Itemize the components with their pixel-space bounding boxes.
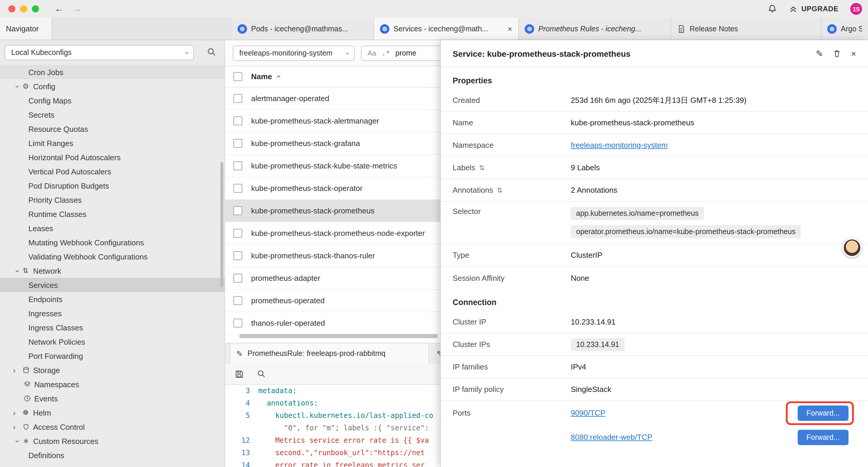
table-row[interactable]: kube-prometheus-stack-grafana xyxy=(225,133,440,155)
sidebar-item-services[interactable]: Services xyxy=(0,278,225,292)
sidebar-item-helm[interactable]: ›☸Helm xyxy=(0,406,225,420)
list-toolbar: freeleaps-monitoring-system › Aa .* prom… xyxy=(225,40,440,66)
forward-arrow-icon[interactable]: → xyxy=(72,0,82,18)
row-checkbox[interactable] xyxy=(234,184,242,193)
tab-prometheus-rules[interactable]: ☸ Prometheus Rules - icecheng... xyxy=(519,18,671,39)
tab-release-notes[interactable]: Release Notes xyxy=(671,18,821,39)
sidebar-item-port-forwarding[interactable]: Port Forwarding xyxy=(0,349,225,363)
back-arrow-icon[interactable]: ← xyxy=(54,0,64,18)
sidebar-item-horizontal-pod-autoscalers[interactable]: Horizontal Pod Autoscalers xyxy=(0,150,225,164)
sidebar-item-config-maps[interactable]: Config Maps xyxy=(0,93,225,108)
user-avatar[interactable] xyxy=(843,238,862,257)
forward-button[interactable]: Forward... xyxy=(797,405,848,420)
row-checkbox[interactable] xyxy=(234,162,242,170)
sidebar-item-limit-ranges[interactable]: Limit Ranges xyxy=(0,136,225,150)
sidebar-item-network-policies[interactable]: Network Policies xyxy=(0,334,225,349)
close-icon[interactable]: × xyxy=(851,49,856,59)
sidebar-item-mutating-webhook-configurations[interactable]: Mutating Webhook Configurations xyxy=(0,235,225,250)
sidebar-item-config[interactable]: ›⚙Config xyxy=(0,79,225,93)
forward-button[interactable]: Forward... xyxy=(797,430,848,445)
tab-services[interactable]: ☸ Services - icecheng@math... × xyxy=(374,18,519,39)
sidebar-item-ingress-classes[interactable]: Ingress Classes xyxy=(0,320,225,334)
table-row[interactable]: kube-prometheus-stack-kube-state-metrics xyxy=(225,155,440,177)
namespace-select[interactable]: freeleaps-monitoring-system › xyxy=(233,46,354,61)
dock-tab-prometheusrule[interactable]: ✎ PrometheusRule: freeleaps-prod-rabbitm… xyxy=(230,344,429,363)
name-column-header[interactable]: Name xyxy=(251,72,272,81)
expand-collapse-icon[interactable]: ⇅ xyxy=(497,186,502,194)
row-checkbox[interactable] xyxy=(234,251,242,260)
sidebar-item-network[interactable]: ›⇅Network xyxy=(0,264,225,278)
tab-pods[interactable]: ☸ Pods - icecheng@mathmas... xyxy=(231,18,374,39)
table-row-selected[interactable]: kube-prometheus-stack-prometheus xyxy=(225,200,440,222)
select-all-checkbox[interactable] xyxy=(234,72,242,81)
sidebar-item-events[interactable]: Events xyxy=(0,391,225,406)
expand-collapse-icon[interactable]: ⇅ xyxy=(479,164,485,172)
edit-pencil-icon[interactable]: ✎ xyxy=(816,48,823,59)
sidebar-item-resource-quotas[interactable]: Resource Quotas xyxy=(0,122,225,136)
editor-search-icon[interactable] xyxy=(257,370,266,378)
sidebar-search-icon[interactable] xyxy=(207,47,216,57)
kubernetes-icon: ☸ xyxy=(525,24,534,33)
row-checkbox[interactable] xyxy=(234,139,242,148)
code-line: kubectl.kubernetes.io/last-applied-co xyxy=(258,410,433,422)
line-number: 4 xyxy=(225,397,258,410)
close-tab-icon[interactable]: × xyxy=(507,24,512,33)
row-checkbox[interactable] xyxy=(234,206,242,215)
trash-icon[interactable] xyxy=(833,49,841,58)
sidebar-item-vertical-pod-autoscalers[interactable]: Vertical Pod Autoscalers xyxy=(0,164,225,178)
regex-toggle[interactable]: .* xyxy=(381,49,390,57)
sort-ascending-icon[interactable] xyxy=(276,73,282,80)
connection-row-ip-family-policy: IP family policy SingleStack xyxy=(441,378,868,401)
search-filter-input[interactable]: Aa .* prome xyxy=(361,46,440,61)
sidebar-item-validating-webhook-configurations[interactable]: Validating Webhook Configurations xyxy=(0,250,225,264)
property-row-selector: Selector app.kubernetes.io/name=promethe… xyxy=(441,202,868,244)
tab-argo[interactable]: ☸ Argo Se xyxy=(821,18,868,39)
sidebar-item-namespaces[interactable]: Namespaces xyxy=(0,377,225,391)
sidebar-item-pod-disruption-budgets[interactable]: Pod Disruption Budgets xyxy=(0,178,225,193)
row-checkbox[interactable] xyxy=(234,116,242,125)
namespace-link[interactable]: freeleaps-monitoring-system xyxy=(571,141,668,150)
sidebar-item-runtime-classes[interactable]: Runtime Classes xyxy=(0,207,225,221)
upgrade-button[interactable]: UPGRADE xyxy=(789,4,838,13)
sidebar-item-definitions[interactable]: Definitions xyxy=(0,448,225,462)
sidebar-item-access-control[interactable]: ›Access Control xyxy=(0,420,225,434)
close-window-button[interactable] xyxy=(8,5,16,12)
table-row[interactable]: kube-prometheus-stack-thanos-ruler xyxy=(225,245,440,267)
table-row[interactable]: alertmanager-operated xyxy=(225,87,440,110)
port-link-8080[interactable]: 8080:reloader-web/TCP xyxy=(571,433,652,442)
sidebar-item-ingresses[interactable]: Ingresses xyxy=(0,306,225,320)
yaml-editor[interactable]: 3metadata: 4 annotations: 5 kubectl.kube… xyxy=(225,385,440,467)
sidebar-item-secrets[interactable]: Secrets xyxy=(0,108,225,122)
sidebar-scrollbar[interactable] xyxy=(220,162,223,287)
row-checkbox[interactable] xyxy=(234,274,242,283)
port-link-9090[interactable]: 9090/TCP xyxy=(571,408,606,417)
dock-panel: ✎ PrometheusRule: freeleaps-prod-rabbitm… xyxy=(225,343,440,467)
row-checkbox[interactable] xyxy=(234,319,242,327)
row-checkbox[interactable] xyxy=(234,296,242,305)
notifications-bell-icon[interactable] xyxy=(768,4,777,13)
sidebar-item-priority-classes[interactable]: Priority Classes xyxy=(0,193,225,207)
kubeconfig-select[interactable]: Local Kubeconfigs › xyxy=(5,45,194,60)
sidebar-item-cron-jobs[interactable]: Cron Jobs xyxy=(0,65,225,79)
dock-tab-next[interactable]: ✎ xyxy=(433,344,440,363)
horizontal-scrollbar[interactable] xyxy=(239,334,438,338)
table-row[interactable]: prometheus-operated xyxy=(225,290,440,312)
table-row[interactable]: kube-prometheus-stack-operator xyxy=(225,177,440,200)
minimize-window-button[interactable] xyxy=(20,5,27,12)
match-case-toggle[interactable]: Aa xyxy=(368,49,376,57)
table-row[interactable]: kube-prometheus-stack-prometheus-node-ex… xyxy=(225,222,440,245)
sidebar-item-endpoints[interactable]: Endpoints xyxy=(0,292,225,306)
row-checkbox[interactable] xyxy=(234,94,242,103)
table-row[interactable]: thanos-ruler-operated xyxy=(225,312,440,334)
port-line: 9090/TCP Forward... xyxy=(571,401,854,425)
table-row[interactable]: prometheus-adapter xyxy=(225,267,440,290)
sidebar-item-leases[interactable]: Leases xyxy=(0,221,225,235)
table-row[interactable]: kube-prometheus-stack-alertmanager xyxy=(225,110,440,133)
sidebar-item-storage[interactable]: ›Storage xyxy=(0,363,225,377)
sidebar-item-custom-resources[interactable]: ›Custom Resources xyxy=(0,434,225,448)
navigator-panel-header[interactable]: Navigator xyxy=(0,18,52,39)
row-checkbox[interactable] xyxy=(234,229,242,238)
save-icon[interactable] xyxy=(235,369,244,379)
zoom-window-button[interactable] xyxy=(32,5,39,12)
notification-count-badge[interactable]: 15 xyxy=(850,3,862,15)
